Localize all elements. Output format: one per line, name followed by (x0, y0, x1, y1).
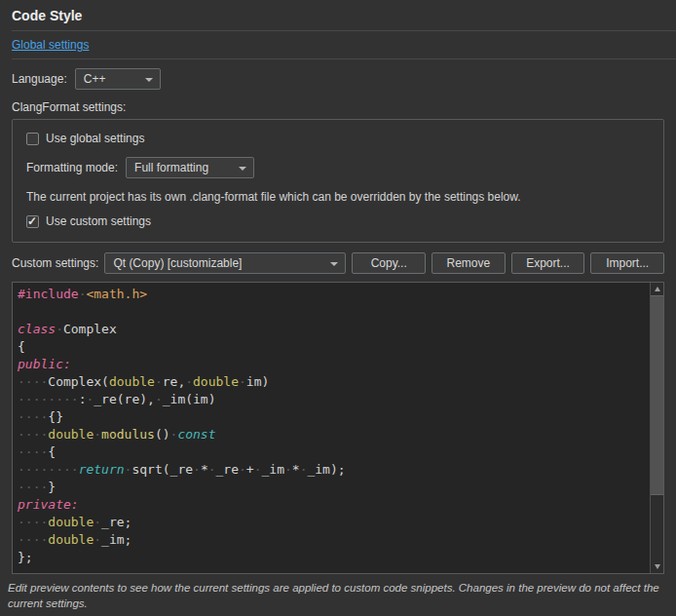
formatting-mode-dropdown[interactable]: Full formatting (126, 157, 254, 178)
code-line: }; (18, 549, 650, 566)
code-line: ····double·_re; (18, 514, 650, 531)
code-line: #include·<math.h> (18, 286, 650, 303)
custom-settings-dropdown-value: Qt (Copy) [customizable] (113, 256, 242, 270)
chevron-down-icon (145, 78, 153, 82)
code-line: private: (18, 496, 650, 514)
code-editor-content[interactable]: #include·<math.h> class·Complex{public:·… (13, 283, 650, 573)
vertical-scrollbar[interactable] (650, 283, 663, 573)
chevron-down-icon (330, 262, 338, 266)
chevron-down-icon (239, 167, 246, 171)
scroll-down-button[interactable] (651, 560, 663, 573)
preview-hint-text: Edit preview contents to see how the cur… (8, 581, 664, 611)
global-settings-link[interactable]: Global settings (12, 38, 89, 52)
code-style-settings-page: Code Style Global settings Language: C++… (0, 0, 676, 611)
scroll-up-button[interactable] (651, 283, 663, 295)
use-global-settings-checkbox[interactable] (26, 133, 39, 145)
code-line: ····double·_im; (18, 531, 650, 549)
use-custom-settings-checkbox-row[interactable]: Use custom settings (26, 214, 650, 228)
remove-button[interactable]: Remove (432, 252, 506, 274)
code-line: public: (18, 356, 650, 373)
use-custom-settings-checkbox[interactable] (26, 215, 39, 228)
import-button[interactable]: Import... (590, 252, 664, 274)
code-preview-editor: #include·<math.h> class·Complex{public:·… (12, 282, 664, 574)
clangformat-groupbox: Use global settings Formatting mode: Ful… (12, 119, 664, 243)
scrollbar-thumb[interactable] (651, 295, 663, 495)
divider (12, 30, 676, 31)
code-line: ····double·modulus()·const (18, 426, 650, 443)
code-line: class·Complex (18, 321, 650, 338)
copy-button[interactable]: Copy... (352, 252, 426, 274)
language-dropdown[interactable]: C++ (75, 68, 161, 90)
clangformat-settings-label: ClangFormat settings: (12, 100, 664, 114)
language-dropdown-value: C++ (84, 72, 106, 86)
arrow-down-icon (655, 564, 660, 569)
export-button[interactable]: Export... (511, 252, 585, 274)
code-line: ····{ (18, 443, 650, 461)
page-title: Code Style (12, 8, 664, 23)
formatting-mode-label: Formatting mode: (26, 161, 118, 174)
use-custom-settings-label: Use custom settings (46, 214, 151, 228)
language-label: Language: (12, 72, 67, 86)
code-line: { (18, 338, 650, 356)
code-line: ········return·sqrt(_re·*·_re·+·_im·*·_i… (18, 461, 650, 479)
code-line (18, 303, 650, 321)
custom-settings-label: Custom settings: (12, 256, 98, 270)
clang-format-file-note: The current project has its own .clang-f… (26, 190, 650, 204)
use-global-settings-checkbox-row[interactable]: Use global settings (26, 132, 650, 145)
code-line: ····} (18, 479, 650, 496)
formatting-mode-row: Formatting mode: Full formatting (26, 157, 650, 178)
custom-settings-dropdown[interactable]: Qt (Copy) [customizable] (104, 252, 346, 274)
divider (12, 58, 676, 59)
code-line: ········:·_re(re),·_im(im) (18, 391, 650, 408)
arrow-up-icon (655, 287, 660, 291)
code-line: ····Complex(double·re,·double·im) (18, 373, 650, 391)
scrollbar-track[interactable] (651, 495, 663, 560)
custom-settings-row: Custom settings: Qt (Copy) [customizable… (12, 252, 664, 274)
code-line: ····{} (18, 408, 650, 426)
use-global-settings-label: Use global settings (46, 132, 144, 145)
formatting-mode-dropdown-value: Full formatting (134, 161, 208, 174)
language-row: Language: C++ (12, 68, 664, 90)
